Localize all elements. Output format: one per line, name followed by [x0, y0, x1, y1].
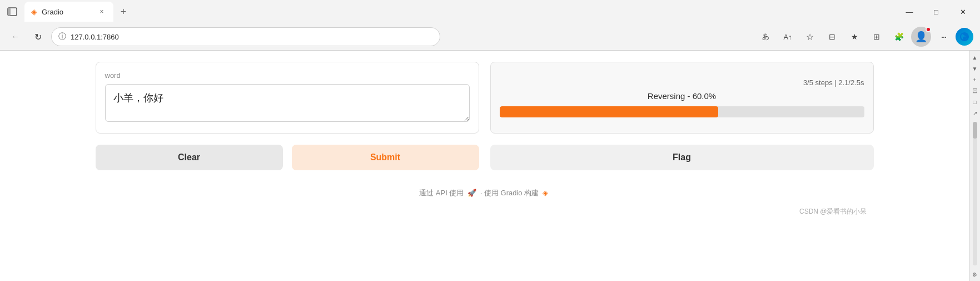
tab-favicon-icon: ◈ [31, 7, 37, 16]
sidebar-toggle-icon[interactable] [4, 4, 20, 19]
built-text: 使用 Gradio 构建 [484, 189, 539, 197]
edge-icon [956, 28, 973, 46]
watermark: CSDN @爱看书的小呆 [96, 205, 874, 219]
settings-button[interactable]: ⚙ [971, 270, 979, 279]
back-button[interactable]: ← [7, 28, 24, 46]
progress-info: 3/5 steps | 2.1/2.5s [803, 78, 864, 87]
progress-bar-fill [500, 106, 719, 117]
footer-separator: · [480, 189, 482, 197]
main-grid: word 3/5 steps | 2.1/2.5s Reversing - 60… [96, 62, 874, 134]
tab-close-button[interactable]: × [97, 7, 107, 17]
screenshot-button[interactable]: ⊡ [971, 86, 979, 95]
window-controls: — □ ✕ [897, 2, 976, 22]
browser-tab[interactable]: ◈ Gradio × [24, 2, 113, 22]
refresh-button[interactable]: ↻ [29, 28, 47, 46]
svg-rect-1 [8, 8, 11, 16]
favorites-bar-button[interactable]: ★ [844, 27, 864, 47]
scroll-track [973, 122, 977, 265]
field-label: word [105, 71, 470, 80]
scroll-thumb [973, 122, 977, 139]
collections-button[interactable]: ⊞ [867, 27, 887, 47]
browser-body: word 3/5 steps | 2.1/2.5s Reversing - 60… [0, 51, 980, 281]
right-panel-buttons: Flag [490, 145, 874, 170]
word-input[interactable] [105, 84, 470, 122]
maximize-button[interactable]: □ [923, 2, 949, 22]
left-panel-buttons: Clear Submit [96, 145, 479, 170]
submit-button[interactable]: Submit [292, 145, 479, 170]
layout-button[interactable]: □ [971, 97, 979, 106]
more-button[interactable]: ··· [933, 27, 953, 47]
profile-badge [926, 27, 931, 32]
api-text: 通过 API 使用 [419, 189, 464, 197]
address-input-wrapper[interactable]: ⓘ [51, 27, 440, 46]
flag-button[interactable]: Flag [490, 145, 874, 170]
scroll-up-button[interactable]: ▲ [971, 53, 979, 62]
favorites-button[interactable]: ☆ [800, 27, 820, 47]
api-icon: 🚀 [467, 189, 476, 197]
buttons-row: Clear Submit Flag [96, 145, 874, 170]
input-panel: word [96, 62, 479, 134]
immersive-reader-button[interactable]: A↑ [778, 27, 798, 47]
built-icon: ◈ [543, 189, 548, 197]
tab-bar: ◈ Gradio × + — □ ✕ [0, 0, 980, 23]
extensions-button[interactable]: 🧩 [889, 27, 909, 47]
address-input[interactable] [71, 33, 433, 41]
tab-title: Gradio [42, 8, 92, 16]
address-info-icon: ⓘ [58, 32, 66, 42]
profile-button[interactable]: 👤 [911, 27, 931, 47]
scrollbar-panel: ▲ ▼ + ⊡ □ ↗ ⚙ [969, 51, 980, 281]
minimize-button[interactable]: — [897, 2, 922, 22]
page-content: word 3/5 steps | 2.1/2.5s Reversing - 60… [0, 51, 969, 281]
browser-chrome: ◈ Gradio × + — □ ✕ ← ↻ ⓘ あ A↑ ☆ ⊟ ★ ⊞ 🧩 … [0, 0, 980, 51]
close-button[interactable]: ✕ [950, 2, 976, 22]
scroll-down-button[interactable]: ▼ [971, 64, 979, 73]
output-panel: 3/5 steps | 2.1/2.5s Reversing - 60.0% [490, 62, 874, 134]
external-button[interactable]: ↗ [971, 109, 979, 117]
progress-status: Reversing - 60.0% [500, 91, 864, 101]
clear-button[interactable]: Clear [96, 145, 283, 170]
address-bar: ← ↻ ⓘ あ A↑ ☆ ⊟ ★ ⊞ 🧩 👤 ··· [0, 23, 980, 50]
footer: 通过 API 使用 🚀 · 使用 Gradio 构建 ◈ [96, 181, 874, 205]
read-aloud-button[interactable]: あ [755, 27, 775, 47]
toolbar-right: あ A↑ ☆ ⊟ ★ ⊞ 🧩 👤 ··· [755, 27, 973, 47]
progress-bar-container [500, 106, 864, 117]
split-screen-button[interactable]: ⊟ [822, 27, 842, 47]
zoom-plus-button[interactable]: + [971, 75, 979, 84]
new-tab-button[interactable]: + [116, 4, 131, 19]
gradio-app: word 3/5 steps | 2.1/2.5s Reversing - 60… [96, 62, 874, 219]
